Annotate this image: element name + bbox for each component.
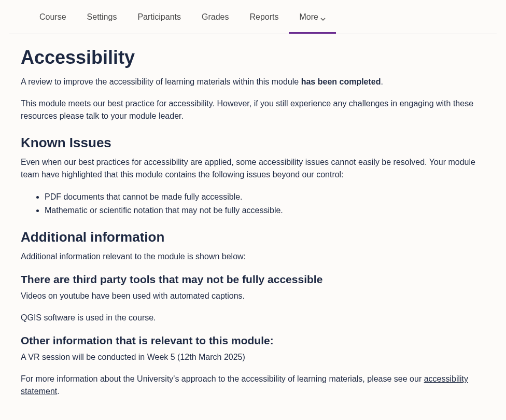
more-info-paragraph: For more information about the Universit… <box>21 373 485 398</box>
best-practice-paragraph: This module meets our best practice for … <box>21 97 485 122</box>
tab-label: Participants <box>137 12 181 22</box>
page-title: Accessibility <box>21 47 485 68</box>
tab-label: Course <box>39 12 66 22</box>
tab-label: More <box>299 12 318 22</box>
tab-grades[interactable]: Grades <box>191 0 239 34</box>
other-info-heading: Other information that is relevant to th… <box>21 334 485 347</box>
tab-reports[interactable]: Reports <box>239 0 289 34</box>
known-issues-text: Even when our best practices for accessi… <box>21 156 485 181</box>
tab-more[interactable]: More <box>289 0 335 34</box>
issues-list: PDF documents that cannot be made fully … <box>45 190 485 217</box>
third-party-videos: Videos on youtube have been used with au… <box>21 290 485 302</box>
tab-bar: Course Settings Participants Grades Repo… <box>9 0 497 34</box>
more-info-suffix: . <box>57 387 59 396</box>
intro-bold: has been completed <box>301 77 381 86</box>
chevron-down-icon <box>320 15 326 20</box>
third-party-qgis: QGIS software is used in the course. <box>21 312 485 324</box>
tab-course[interactable]: Course <box>29 0 77 34</box>
tab-settings[interactable]: Settings <box>77 0 128 34</box>
known-issues-heading: Known Issues <box>21 135 485 151</box>
additional-info-text: Additional information relevant to the m… <box>21 250 485 263</box>
list-item: PDF documents that cannot be made fully … <box>45 190 485 204</box>
tab-participants[interactable]: Participants <box>127 0 191 34</box>
list-item: Mathematic or scientific notation that m… <box>45 204 485 217</box>
intro-prefix: A review to improve the accessibility of… <box>21 77 301 86</box>
other-info-text: A VR session will be conducted in Week 5… <box>21 351 485 363</box>
page-content: Accessibility A review to improve the ac… <box>0 34 506 419</box>
tab-label: Grades <box>202 12 229 22</box>
intro-paragraph: A review to improve the accessibility of… <box>21 76 485 88</box>
third-party-heading: There are third party tools that may not… <box>21 273 485 286</box>
tab-label: Settings <box>87 12 117 22</box>
additional-info-heading: Additional information <box>21 229 485 245</box>
more-info-prefix: For more information about the Universit… <box>21 374 424 383</box>
tab-label: Reports <box>249 12 278 22</box>
intro-suffix: . <box>381 77 383 86</box>
